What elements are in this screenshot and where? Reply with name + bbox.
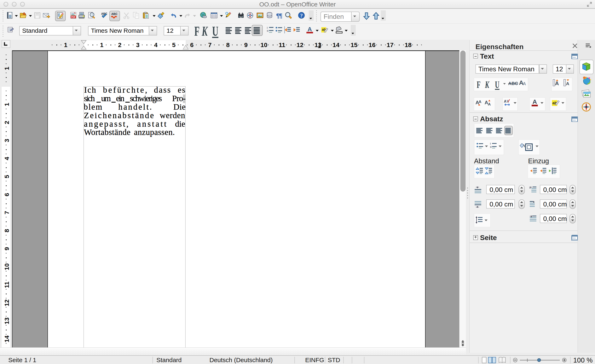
svg-text:A: A: [532, 98, 537, 105]
svg-text:A: A: [504, 99, 507, 103]
svg-text:A: A: [307, 26, 312, 33]
svg-text:II: II: [267, 30, 269, 32]
svg-text:I: I: [267, 27, 268, 29]
svg-text:A: A: [566, 81, 569, 86]
svg-text:A: A: [479, 100, 482, 104]
svg-text:?: ?: [300, 13, 303, 19]
svg-text:A: A: [488, 102, 491, 106]
svg-text:N: N: [586, 103, 587, 105]
svg-text:I: I: [490, 142, 491, 145]
svg-text:A: A: [485, 100, 488, 105]
svg-text:V: V: [507, 99, 509, 103]
svg-text:A: A: [555, 80, 559, 86]
svg-text:II: II: [490, 145, 492, 148]
svg-text:PDF: PDF: [71, 16, 76, 18]
svg-text:ABC: ABC: [111, 12, 117, 15]
svg-text:¶: ¶: [279, 12, 282, 19]
svg-text:A: A: [523, 81, 526, 86]
